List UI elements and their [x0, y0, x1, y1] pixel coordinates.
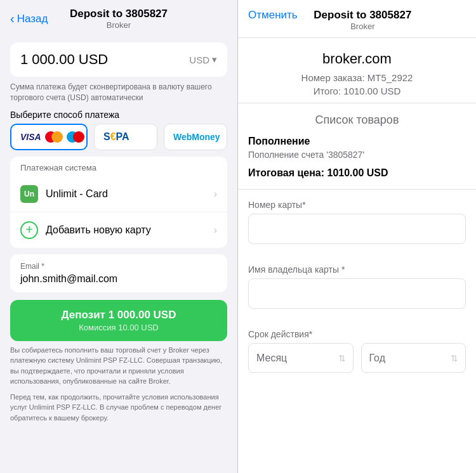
item-name: Пополнение	[248, 136, 466, 147]
currency-label: USD	[189, 55, 209, 65]
add-card-item[interactable]: + Добавить новую карту ›	[10, 212, 227, 248]
month-group: Месяц 01020304 05060708 09101112	[248, 343, 354, 373]
unlimit-name: Unlimit - Card	[46, 188, 214, 200]
left-nav-subtitle: Broker	[70, 20, 168, 30]
amount-row: 1 000.00 USD USD ▾	[20, 51, 217, 68]
expiry-group: Срок действия* Месяц 01020304 05060708 0…	[248, 329, 466, 383]
month-select[interactable]: Месяц 01020304 05060708 09101112	[248, 343, 354, 373]
cardholder-input[interactable]	[248, 278, 466, 309]
conversion-hint: Сумма платежа будет сконвертирована в ва…	[10, 82, 227, 103]
currency-chevron-icon: ▾	[212, 54, 217, 65]
expiry-row: Месяц 01020304 05060708 09101112 Год 202…	[248, 343, 466, 383]
total-label: Итого:	[314, 86, 341, 96]
item-total: Итоговая цена: 1010.00 USD	[248, 167, 466, 179]
item-total-label: Итоговая цена:	[248, 167, 324, 178]
add-icon-symbol: +	[25, 223, 33, 237]
cardholder-label: Имя владельца карты *	[248, 264, 466, 275]
merchant-domain: broker.com	[248, 51, 466, 67]
merchant-total: Итого: 1010.00 USD	[248, 86, 466, 96]
amount-value: 1 000.00 USD	[20, 51, 108, 68]
cardholder-group: Имя владельца карты *	[248, 264, 466, 319]
add-card-name: Добавить новую карту	[46, 224, 214, 236]
payment-system-section: Платежная система Un Unlimit - Card › + …	[10, 157, 227, 248]
email-value: john.smith@mail.com	[20, 273, 217, 285]
payment-method-webmoney[interactable]: WebMoney	[164, 124, 227, 150]
left-nav-bar: ‹ Назад Deposit to 3805827 Broker	[0, 0, 237, 37]
right-nav-title: Deposit to 3805827	[298, 9, 428, 22]
unlimit-icon-text: Un	[24, 190, 34, 198]
expiry-label: Срок действия*	[248, 329, 466, 339]
deposit-button-label: Депозит 1 000.00 USD	[20, 309, 217, 321]
year-group: Год 2024202520262027 202820292030	[361, 343, 466, 373]
payment-methods-list: VISA S€PA WebMoney	[10, 124, 227, 150]
amount-card: 1 000.00 USD USD ▾	[10, 42, 227, 77]
right-nav-title-block: Deposit to 3805827 Broker	[298, 9, 428, 31]
sepa-icon: S€PA	[103, 131, 129, 143]
deposit-button-fee: Комиссия 10.00 USD	[20, 323, 217, 332]
terms-paragraph-2: Перед тем, как продолжить, прочитайте ус…	[10, 392, 227, 424]
card-form: Номер карты* Имя владельца карты * Срок …	[238, 190, 476, 403]
webmoney-icon: WebMoney	[173, 132, 220, 142]
card-number-group: Номер карты*	[248, 200, 466, 254]
visa-icon: VISA	[20, 132, 41, 142]
unlimit-icon: Un	[20, 185, 38, 203]
currency-selector[interactable]: USD ▾	[187, 54, 217, 65]
terms-text: Вы собираетесь пополнить ваш торговый сч…	[10, 345, 227, 424]
back-label: Назад	[17, 13, 48, 25]
unlimit-chevron-icon: ›	[214, 188, 217, 200]
payment-method-cards[interactable]: VISA	[10, 124, 88, 150]
payment-methods-label: Выберите способ платежа	[10, 110, 227, 120]
items-section: Список товаров Пополнение Пополнение сче…	[238, 103, 476, 190]
right-nav-subtitle: Broker	[298, 22, 428, 31]
order-value: MT5_2922	[367, 72, 413, 83]
payment-method-sepa[interactable]: S€PA	[94, 124, 157, 150]
item-desc: Пополнение счета '3805827'	[248, 150, 466, 160]
mastercard-icon	[45, 131, 63, 143]
right-panel: Отменить Deposit to 3805827 Broker broke…	[238, 0, 476, 473]
back-button[interactable]: ‹ Назад	[10, 11, 48, 26]
merchant-order: Номер заказа: MT5_2922	[248, 72, 466, 83]
card-number-label: Номер карты*	[248, 200, 466, 210]
mir-icon	[67, 131, 84, 143]
left-nav-title: Deposit to 3805827	[70, 8, 168, 20]
add-card-icon: +	[20, 221, 38, 239]
cancel-button[interactable]: Отменить	[248, 9, 298, 22]
right-nav-bar: Отменить Deposit to 3805827 Broker	[238, 0, 476, 38]
card-number-input[interactable]	[248, 214, 466, 244]
payment-system-title: Платежная система	[10, 157, 227, 176]
left-panel: ‹ Назад Deposit to 3805827 Broker 1 000.…	[0, 0, 238, 473]
email-section: Email * john.smith@mail.com	[10, 254, 227, 292]
order-label: Номер заказа:	[301, 72, 365, 83]
left-nav-title-block: Deposit to 3805827 Broker	[70, 8, 168, 30]
merchant-section: broker.com Номер заказа: MT5_2922 Итого:…	[238, 38, 476, 103]
add-card-chevron-icon: ›	[214, 224, 217, 236]
item-total-value: 1010.00 USD	[327, 167, 388, 178]
payment-system-unlimit[interactable]: Un Unlimit - Card ›	[10, 176, 227, 212]
deposit-button[interactable]: Депозит 1 000.00 USD Комиссия 10.00 USD	[10, 300, 227, 341]
year-select[interactable]: Год 2024202520262027 202820292030	[361, 343, 466, 373]
back-arrow-icon: ‹	[10, 11, 15, 26]
email-label: Email *	[20, 262, 217, 271]
items-section-title: Список товаров	[248, 113, 466, 127]
total-value: 1010.00 USD	[343, 86, 400, 96]
terms-paragraph-1: Вы собираетесь пополнить ваш торговый сч…	[10, 345, 227, 387]
